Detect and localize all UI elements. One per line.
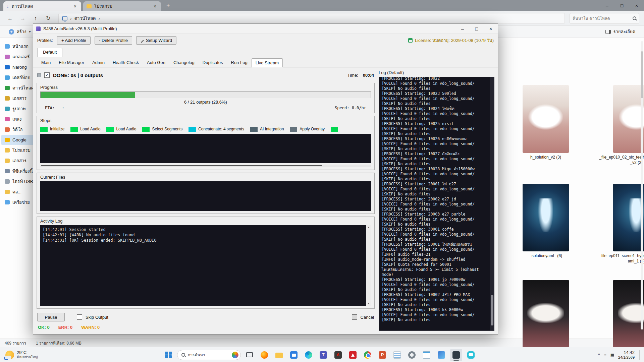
log-line: [PROCESS] Starting: 20002 e27 jd	[382, 197, 487, 202]
cancel-checkbox[interactable]	[352, 314, 357, 320]
file-item[interactable]: _file_ep011_scene1_hyperloop_problemyaml…	[613, 184, 644, 264]
taskbar-chrome-button[interactable]	[362, 349, 374, 361]
tab-duplicates[interactable]: Duplicates	[199, 58, 227, 67]
scrollbar-thumb[interactable]	[41, 165, 322, 166]
explorer-scrollbar[interactable]	[641, 41, 643, 329]
log-line: [VOICE] Found 0 files in vdo_long_sound/	[382, 126, 487, 131]
explorer-tab-downloads[interactable]: ↓ ดาวน์โหลด ×	[3, 1, 81, 11]
stop-icon[interactable]	[37, 73, 41, 77]
log-line: [SKIP] No audio files	[382, 302, 487, 307]
taskbar-settings-button[interactable]	[406, 349, 418, 361]
autobatch-title-bar[interactable]: SJ88 AutoBatch v26.5.3 (Multi-Profile) –…	[33, 24, 498, 34]
log-line: [VOICE] Found 0 files in vdo_long_sound/	[382, 312, 487, 317]
taskbar-search[interactable]: การค้นหา	[177, 350, 241, 360]
taskbar-device-button[interactable]	[244, 349, 256, 361]
tab-health-check[interactable]: Health Check	[109, 58, 143, 67]
taskbar-firefox-button[interactable]	[258, 349, 270, 361]
scroll-up-icon[interactable]: ▲	[367, 226, 370, 229]
step-color-icon	[142, 127, 150, 132]
scrollbar-thumb[interactable]	[491, 295, 493, 325]
file-item[interactable]: _file_ep010_02_six_teeth_brush_solution_…	[613, 85, 644, 165]
breadcrumb[interactable]: › ดาวน์โหลด ›	[58, 13, 565, 24]
back-button[interactable]: ←	[5, 13, 15, 23]
taskbar-photos-button[interactable]	[435, 349, 447, 361]
taskbar-adobe-button[interactable]	[347, 349, 359, 361]
maximize-button[interactable]: □	[614, 0, 629, 11]
taskbar-word-button[interactable]	[391, 349, 403, 361]
explorer-tab-programs[interactable]: โปรแกรม ×	[83, 1, 161, 11]
taskbar-edge-button[interactable]	[303, 349, 315, 361]
up-button[interactable]: ↑	[30, 13, 41, 23]
taskbar-store-button[interactable]	[288, 349, 300, 361]
activity-log-scrollbar[interactable]: ▲ ▼	[366, 225, 371, 306]
log-line: [PROCESS] Starting: 50001 ไฟเหลี่ยมแต่งส…	[382, 242, 487, 247]
scroll-down-icon[interactable]: ▼	[367, 302, 370, 305]
folder-icon	[5, 190, 10, 194]
taskbar-line-button[interactable]	[465, 349, 477, 361]
tab-changelog[interactable]: Changelog	[169, 58, 199, 67]
start-button[interactable]	[162, 349, 174, 361]
log-console[interactable]: [PROCESS] Starting: 10022[VOICE] Found 0…	[379, 77, 490, 330]
breadcrumb-downloads[interactable]: ดาวน์โหลด	[74, 15, 96, 22]
taskbar-teams-button[interactable]: T	[317, 349, 329, 361]
tab-auto-gen[interactable]: Auto Gen	[143, 58, 169, 67]
tab-run-log[interactable]: Run Log	[227, 58, 252, 67]
step-chip: Apply Overlay	[290, 127, 325, 132]
steps-horizontal-scrollbar[interactable]	[40, 165, 371, 167]
device-icon	[246, 352, 253, 357]
minimize-button[interactable]: –	[455, 24, 470, 34]
forward-button[interactable]: →	[17, 13, 28, 23]
skip-output-checkbox[interactable]	[77, 314, 82, 320]
file-item[interactable]: _solutionyaml_ (6)	[523, 184, 569, 259]
log-line: [VOICE] Found 0 files in vdo_long_sound/	[382, 232, 487, 237]
details-button[interactable]: รายละเอียด	[602, 27, 639, 37]
delete-profile-button[interactable]: - Delete Profile	[95, 36, 132, 45]
wrench-icon	[141, 40, 144, 43]
weather-temp: 29°C	[17, 350, 38, 355]
taskbar-clock[interactable]: 14:42 24/1/2569	[618, 350, 635, 360]
tab-main[interactable]: Main	[37, 58, 55, 67]
new-button[interactable]: + สร้าง ▾	[5, 27, 34, 37]
show-desktop-button[interactable]	[639, 350, 641, 360]
tray-chevron-icon[interactable]: ^	[598, 353, 600, 357]
close-tab-icon[interactable]: ×	[152, 4, 158, 9]
tab-file-manager[interactable]: File Manager	[55, 58, 88, 67]
profile-tab-default[interactable]: Default	[37, 48, 62, 57]
tray-app-icon[interactable]: ▦	[610, 353, 614, 357]
tray-menu-icon[interactable]: ≡	[604, 353, 606, 357]
setup-wizard-button[interactable]: Setup Wizard	[136, 36, 176, 45]
taskbar-search-label: การค้นหา	[188, 352, 229, 358]
activity-log-console[interactable]: [14:42:01] Session started[14:42:01] [WA…	[40, 225, 366, 306]
refresh-button[interactable]: ↻	[43, 13, 54, 23]
file-item[interactable]: _ution_v2yaml_ (8)	[523, 280, 569, 355]
maximize-button[interactable]: □	[470, 24, 484, 34]
close-button[interactable]: ×	[629, 0, 644, 11]
steps-console	[40, 134, 371, 163]
tab-admin[interactable]: Admin	[88, 58, 109, 67]
explorer-search[interactable]	[570, 13, 639, 24]
scrollbar-thumb[interactable]	[641, 51, 643, 98]
weather-widget[interactable]: 2 29°C มีเมฆส่วนใหญ่	[3, 347, 41, 362]
file-item[interactable]: h_solution_v2 (3)	[523, 85, 569, 160]
add-profile-button[interactable]: + Add Profile	[57, 36, 91, 45]
close-button[interactable]: ×	[484, 24, 498, 34]
pictures-icon	[5, 107, 10, 111]
taskbar-powerpoint-button[interactable]: P	[376, 349, 388, 361]
step-label: Load Audio	[80, 127, 100, 131]
taskbar-acrobat-button[interactable]: A	[332, 349, 344, 361]
minimize-button[interactable]: –	[600, 0, 614, 11]
log-line: [PROCESS] Starting: 10025 nisit	[382, 121, 487, 126]
main-panel: ✓ DONE: 0s | 0 outputs Time: 00:04 Progr…	[37, 70, 375, 331]
taskbar-notepad-button[interactable]	[421, 349, 433, 361]
search-input[interactable]	[573, 16, 633, 21]
log-scrollbar[interactable]	[490, 77, 494, 330]
new-tab-button[interactable]: +	[163, 2, 173, 9]
done-checkbox[interactable]: ✓	[44, 72, 50, 78]
close-tab-icon[interactable]: ×	[72, 4, 78, 9]
step-color-icon	[40, 127, 48, 132]
taskbar-explorer-button[interactable]	[273, 349, 285, 361]
sidebar-item-label: เอกสาร	[12, 95, 26, 102]
taskbar-autobatch-button[interactable]	[450, 349, 462, 361]
pause-button[interactable]: Pause	[37, 313, 65, 321]
tab-live-stream[interactable]: Live Stream	[252, 58, 283, 67]
